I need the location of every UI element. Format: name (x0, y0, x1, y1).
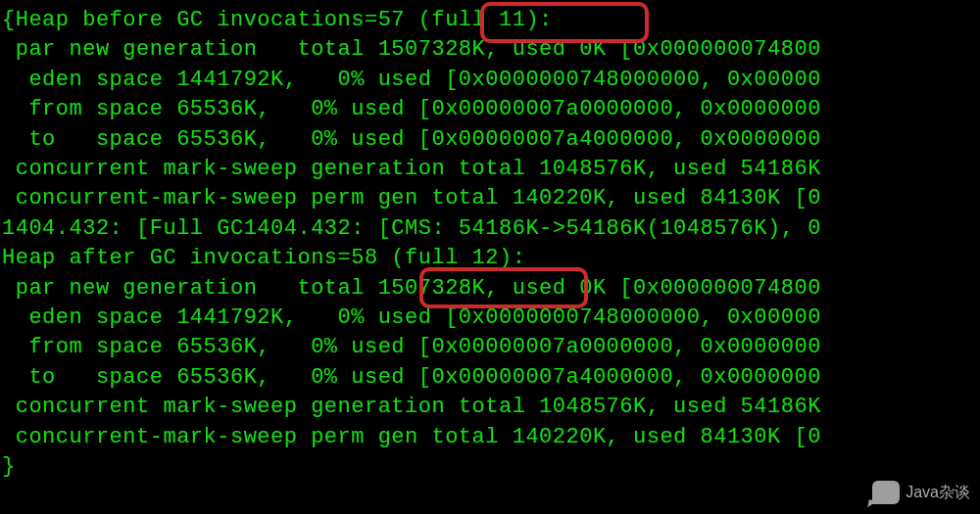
terminal-line: concurrent mark-sweep generation total 1… (2, 393, 980, 422)
chat-bubble-icon (872, 481, 900, 504)
terminal-line: eden space 1441792K, 0% used [0x00000007… (2, 66, 980, 95)
annotation-box (419, 267, 588, 308)
terminal-line: concurrent-mark-sweep perm gen total 140… (2, 423, 980, 452)
terminal-line: to space 65536K, 0% used [0x00000007a400… (2, 125, 980, 155)
terminal-line: concurrent mark-sweep generation total 1… (2, 155, 980, 184)
watermark: Java杂谈 (872, 481, 970, 504)
terminal-line: } (2, 452, 980, 482)
annotation-box (480, 2, 649, 43)
terminal-line: to space 65536K, 0% used [0x00000007a400… (2, 363, 980, 393)
terminal-line: from space 65536K, 0% used [0x00000007a0… (2, 95, 980, 124)
terminal-line: from space 65536K, 0% used [0x00000007a0… (2, 333, 980, 362)
terminal-line: concurrent-mark-sweep perm gen total 140… (2, 184, 980, 213)
terminal-output: {Heap before GC invocations=57 (full 11)… (0, 0, 980, 483)
watermark-text: Java杂谈 (906, 483, 970, 503)
terminal-line: 1404.432: [Full GC1404.432: [CMS: 54186K… (2, 214, 980, 244)
